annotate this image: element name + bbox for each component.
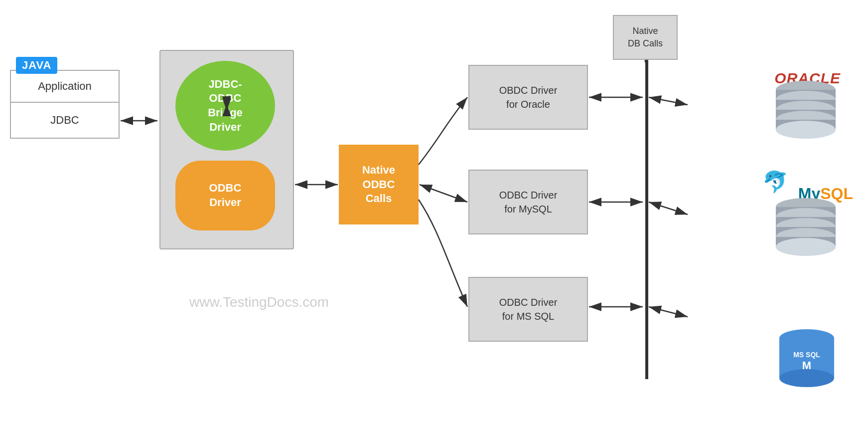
odbc-mysql-text: ODBC Driverfor MySQL: [499, 188, 558, 216]
svg-line-31: [420, 185, 467, 202]
mysql-dolphin-icon: 🐬: [762, 170, 788, 194]
odbc-driver-text: ODBCDriver: [209, 181, 242, 210]
odbc-oracle-box: OBDC Driverfor Oracle: [468, 65, 588, 130]
bridge-box: JDBC-ODBCBridgeDriver ODBCDriver: [159, 50, 294, 249]
svg-text:M: M: [802, 359, 811, 372]
native-odbc-text: NativeODBCCalls: [362, 163, 395, 206]
svg-point-2: [779, 369, 834, 387]
native-odbc-calls-box: NativeODBCCalls: [339, 145, 419, 224]
vertical-line: [645, 60, 648, 379]
arrows-svg: [0, 0, 868, 433]
svg-text:MS SQL: MS SQL: [793, 351, 820, 359]
java-app-box: JAVA Application JDBC: [10, 70, 120, 139]
diagram-container: JAVA Application JDBC JDBC-ODBCBridgeDri…: [0, 0, 868, 433]
native-db-calls-text: NativeDB Calls: [628, 25, 663, 50]
mysql-db-icon: [773, 195, 838, 266]
jdbc-odbc-bridge-circle: JDBC-ODBCBridgeDriver: [175, 61, 275, 151]
odbc-mssql-box: ODBC Driverfor MS SQL: [468, 277, 588, 342]
java-badge: JAVA: [16, 57, 57, 74]
odbc-oracle-text: OBDC Driverfor Oracle: [499, 83, 558, 111]
svg-point-22: [776, 238, 836, 256]
odbc-mysql-box: ODBC Driverfor MySQL: [468, 170, 588, 234]
application-label: Application: [11, 71, 119, 103]
jdbc-odbc-text: JDBC-ODBCBridgeDriver: [208, 77, 243, 134]
svg-point-13: [776, 121, 836, 139]
jdbc-label: JDBC: [11, 103, 119, 138]
mssql-db-icon: MS SQL M: [778, 323, 836, 381]
oracle-db-icon: [773, 77, 838, 149]
svg-line-36: [649, 202, 688, 215]
svg-line-37: [649, 307, 688, 317]
watermark: www.TestingDocs.com: [189, 294, 329, 310]
odbc-mssql-text: ODBC Driverfor MS SQL: [499, 295, 558, 323]
svg-line-35: [649, 97, 688, 105]
mssql-cylinder-svg: MS SQL M: [778, 323, 836, 388]
odbc-driver-rounded: ODBCDriver: [175, 161, 275, 230]
native-db-calls-box: NativeDB Calls: [613, 15, 678, 60]
